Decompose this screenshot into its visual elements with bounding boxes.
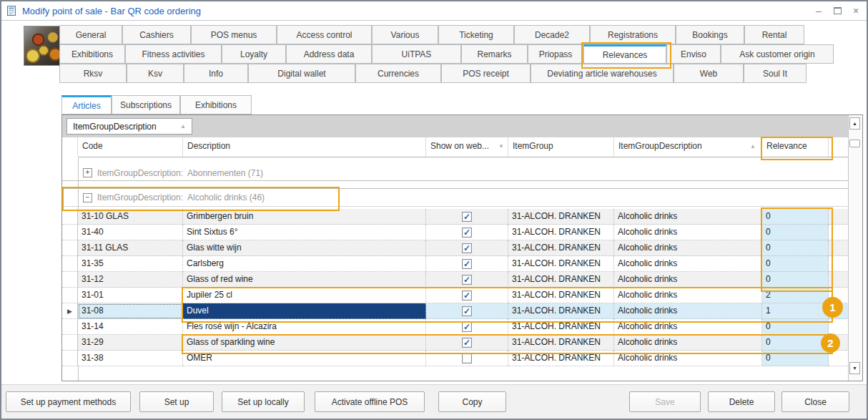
cell-itemgroupdescription[interactable]: Alcoholic drinks	[614, 319, 762, 335]
tab-web[interactable]: Web	[674, 64, 744, 83]
show-on-web-checkbox[interactable]: ✓	[462, 338, 472, 348]
show-on-web-checkbox[interactable]: ✓	[462, 243, 472, 253]
cell-description[interactable]: OMER	[183, 351, 426, 366]
tab-loyalty[interactable]: Loyalty	[222, 44, 286, 64]
activate-offline-pos-button[interactable]: Activate offline POS	[315, 391, 425, 412]
tab-digital-wallet[interactable]: Digital wallet	[248, 64, 355, 83]
tab-cashiers[interactable]: Cashiers	[122, 25, 191, 44]
set-up-payment-methods-button[interactable]: Set up payment methods	[6, 391, 131, 412]
table-row[interactable]: 31-12 Glass of red wine ✓ 31-ALCOH. DRAN…	[62, 272, 849, 288]
cell-itemgroup[interactable]: 31-ALCOH. DRANKEN	[508, 335, 614, 351]
cell-itemgroup[interactable]: 31-ALCOH. DRANKEN	[508, 272, 614, 288]
cell-itemgroupdescription[interactable]: Alcoholic drinks	[614, 225, 762, 240]
cell-itemgroup[interactable]: 31-ALCOH. DRANKEN	[508, 225, 614, 240]
table-row[interactable]: 31-14 Fles rosé wijn - Alcazira ✓ 31-ALC…	[62, 319, 849, 335]
minimize-button[interactable]: –	[814, 6, 824, 16]
cell-itemgroupdescription[interactable]: Alcoholic drinks	[614, 335, 762, 351]
header-show-on-web[interactable]: Show on web... ▼	[426, 137, 508, 157]
cell-itemgroup[interactable]: 31-ALCOH. DRANKEN	[508, 256, 614, 272]
cell-itemgroup[interactable]: 31-ALCOH. DRANKEN	[508, 303, 614, 319]
cell-itemgroupdescription[interactable]: Alcoholic drinks	[614, 303, 762, 319]
cell-code[interactable]: 31-01	[78, 288, 183, 303]
tab-uitpas[interactable]: UiTPAS	[372, 44, 461, 64]
cell-code[interactable]: 31-29	[78, 335, 183, 351]
copy-button[interactable]: Copy	[438, 391, 506, 412]
cell-code[interactable]: 31-11 GLAS	[78, 240, 183, 256]
subtab-exhibitions[interactable]: Exhibitions	[180, 95, 252, 114]
tab-pos-menus[interactable]: POS menus	[191, 25, 277, 44]
cell-show-on-web[interactable]: ✓	[426, 351, 508, 366]
tab-currencies[interactable]: Currencies	[355, 64, 441, 83]
cell-itemgroupdescription[interactable]: Alcoholic drinks	[614, 256, 762, 272]
cell-description[interactable]: Glas witte wijn	[183, 240, 426, 256]
tab-relevances[interactable]: Relevances	[583, 44, 666, 64]
group-row-alcoholic-drinks[interactable]: − ItemGroupDescription:Alcoholic drinks …	[62, 188, 849, 207]
set-up-locally-button[interactable]: Set up locally	[222, 391, 305, 412]
cell-itemgroup[interactable]: 31-ALCOH. DRANKEN	[508, 319, 614, 335]
cell-relevance[interactable]: 1	[762, 303, 829, 319]
tab-ask-customer-origin[interactable]: Ask customer origin	[721, 44, 834, 64]
header-code[interactable]: Code	[78, 137, 183, 157]
group-by-chip[interactable]: ItemGroupDescription ▲	[66, 118, 192, 135]
cell-itemgroupdescription[interactable]: Alcoholic drinks	[614, 209, 762, 225]
show-on-web-checkbox[interactable]: ✓	[462, 322, 472, 332]
tab-soul-it[interactable]: Soul It	[744, 64, 807, 83]
scrollbar-thumb[interactable]	[849, 140, 860, 147]
cell-show-on-web[interactable]: ✓	[426, 272, 508, 288]
cell-description[interactable]: Duvel	[183, 303, 426, 319]
cell-relevance[interactable]: 0	[762, 272, 829, 288]
table-row[interactable]: 31-35 Carlsberg ✓ 31-ALCOH. DRANKEN Alco…	[62, 256, 849, 272]
cell-code[interactable]: 31-12	[78, 272, 183, 288]
show-on-web-checkbox[interactable]: ✓	[462, 259, 472, 269]
table-row[interactable]: 31-38 OMER ✓ 31-ALCOH. DRANKEN Alcoholic…	[62, 351, 849, 366]
group-row-abonnementen[interactable]: + ItemGroupDescription:Abonnementen (71)	[62, 165, 849, 181]
header-relevance[interactable]: Relevance	[762, 137, 829, 157]
tab-info[interactable]: Info	[184, 64, 248, 83]
header-description[interactable]: Description	[183, 137, 426, 157]
cell-itemgroupdescription[interactable]: Alcoholic drinks	[614, 272, 762, 288]
cell-code[interactable]: 31-08	[78, 303, 183, 319]
cell-code[interactable]: 31-38	[78, 351, 183, 366]
cell-description[interactable]: Jupiler 25 cl	[183, 288, 426, 303]
save-button[interactable]: Save	[629, 391, 701, 412]
tab-deviating-article-warehouses[interactable]: Deviating article warehouses	[531, 64, 674, 83]
tab-rksv[interactable]: Rksv	[59, 64, 127, 83]
cell-description[interactable]: Carlsberg	[183, 256, 426, 272]
tab-bookings[interactable]: Bookings	[676, 25, 744, 44]
cell-itemgroupdescription[interactable]: Alcoholic drinks	[614, 240, 762, 256]
tab-address-data[interactable]: Address data	[286, 44, 372, 64]
cell-show-on-web[interactable]: ✓	[426, 256, 508, 272]
vertical-scrollbar[interactable]: ▲ ▼	[848, 115, 862, 381]
tab-priopass[interactable]: Priopass	[528, 44, 583, 64]
subtab-articles[interactable]: Articles	[61, 95, 112, 114]
set-up-button[interactable]: Set up	[139, 391, 214, 412]
cell-code[interactable]: 31-40	[78, 225, 183, 240]
cell-code[interactable]: 31-14	[78, 319, 183, 335]
scroll-up-button[interactable]: ▲	[849, 117, 860, 130]
cell-show-on-web[interactable]: ✓	[426, 209, 508, 225]
cell-relevance[interactable]: 0	[762, 209, 829, 225]
show-on-web-checkbox[interactable]: ✓	[462, 275, 472, 285]
cell-description[interactable]: Sint Sixtus 6°	[183, 225, 426, 240]
tab-access-control[interactable]: Access control	[277, 25, 372, 44]
cell-code[interactable]: 31-35	[78, 256, 183, 272]
show-on-web-checkbox[interactable]: ✓	[462, 228, 472, 238]
show-on-web-checkbox[interactable]: ✓	[462, 212, 472, 222]
cell-description[interactable]: Grimbergen bruin	[183, 209, 426, 225]
table-row[interactable]: 31-01 Jupiler 25 cl ✓ 31-ALCOH. DRANKEN …	[62, 288, 849, 303]
show-on-web-checkbox[interactable]: ✓	[462, 306, 472, 316]
cell-show-on-web[interactable]: ✓	[426, 335, 508, 351]
filter-dropdown-icon[interactable]: ▼	[498, 137, 504, 155]
close-dialog-button[interactable]: Close	[781, 391, 849, 412]
cell-code[interactable]: 31-10 GLAS	[78, 209, 183, 225]
cell-relevance[interactable]: 0	[762, 351, 829, 366]
cell-relevance[interactable]: 0	[762, 225, 829, 240]
table-row[interactable]: 31-10 GLAS Grimbergen bruin ✓ 31-ALCOH. …	[62, 209, 849, 225]
table-row[interactable]: 31-11 GLAS Glas witte wijn ✓ 31-ALCOH. D…	[62, 240, 849, 256]
table-row-selected[interactable]: ▶ 31-08 Duvel ✓ 31-ALCOH. DRANKEN Alcoho…	[62, 303, 849, 319]
cell-show-on-web[interactable]: ✓	[426, 288, 508, 303]
cell-show-on-web[interactable]: ✓	[426, 225, 508, 240]
cell-itemgroupdescription[interactable]: Alcoholic drinks	[614, 288, 762, 303]
delete-button[interactable]: Delete	[708, 391, 775, 412]
scroll-down-button[interactable]: ▼	[849, 362, 860, 374]
